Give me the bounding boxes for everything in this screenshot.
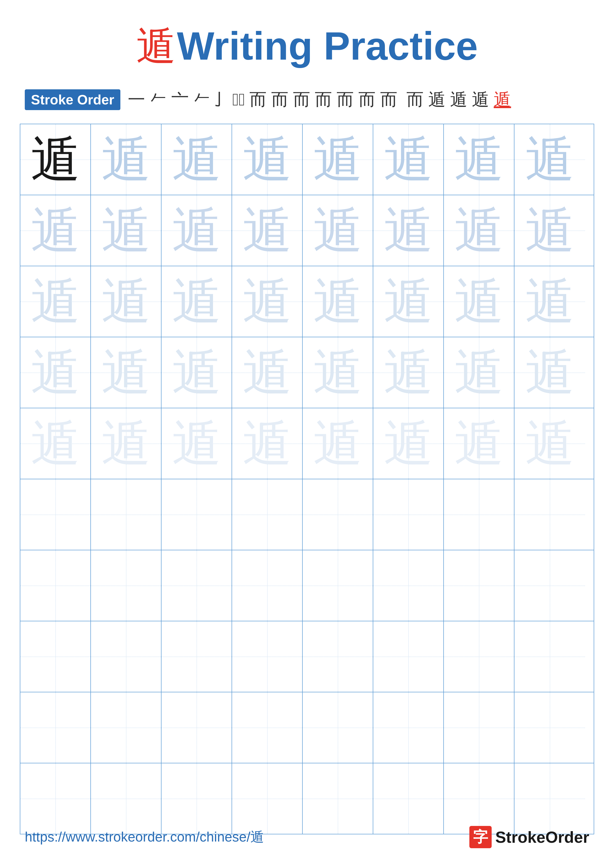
stroke-order-section: Stroke Order 一 𠂉 亠 𠂉亅 而̈ 而 而 而 而 而 而 而 而…	[0, 83, 614, 116]
char-3-1: 遁	[31, 277, 80, 326]
grid-cell-6-3	[162, 479, 232, 550]
stroke-order-badge: Stroke Order	[25, 89, 120, 110]
grid-cell-4-7: 遁	[444, 337, 515, 408]
grid-row-2: 遁 遁 遁 遁 遁 遁 遁 遁	[20, 195, 594, 266]
grid-cell-4-5: 遁	[303, 337, 373, 408]
grid-cell-7-6	[373, 550, 444, 621]
grid-cell-5-7: 遁	[444, 408, 515, 479]
title-text: Writing Practice	[177, 24, 478, 68]
grid-cell-3-3: 遁	[162, 266, 232, 337]
char-5-7: 遁	[454, 419, 504, 468]
stroke-step-5: 而̈	[232, 90, 245, 110]
grid-cell-9-7	[444, 692, 515, 763]
grid-cell-5-5: 遁	[303, 408, 373, 479]
grid-cell-8-4	[232, 621, 303, 692]
grid-cell-7-4	[232, 550, 303, 621]
grid-cell-6-6	[373, 479, 444, 550]
char-2-8: 遁	[525, 206, 575, 255]
grid-cell-3-1: 遁	[20, 266, 91, 337]
grid-cell-8-5	[303, 621, 373, 692]
grid-cell-7-7	[444, 550, 515, 621]
char-1-7: 遁	[454, 135, 504, 184]
grid-cell-8-3	[162, 621, 232, 692]
grid-cell-1-7: 遁	[444, 124, 515, 195]
grid-cell-1-8: 遁	[515, 124, 585, 195]
char-3-7: 遁	[454, 277, 504, 326]
grid-cell-10-1	[20, 763, 91, 834]
char-2-2: 遁	[101, 206, 151, 255]
grid-cell-2-6: 遁	[373, 195, 444, 266]
stroke-step-6: 而	[249, 88, 267, 112]
stroke-step-13: 而	[406, 88, 424, 112]
grid-cell-10-5	[303, 763, 373, 834]
char-1-3: 遁	[172, 135, 221, 184]
grid-cell-7-8	[515, 550, 585, 621]
footer-logo-icon: 字	[469, 826, 492, 848]
grid-cell-4-8: 遁	[515, 337, 585, 408]
char-1-4: 遁	[242, 135, 292, 184]
grid-cell-10-4	[232, 763, 303, 834]
grid-cell-5-4: 遁	[232, 408, 303, 479]
char-1-8: 遁	[525, 135, 575, 184]
grid-cell-3-8: 遁	[515, 266, 585, 337]
stroke-step-10: 而	[337, 88, 354, 112]
grid-cell-5-1: 遁	[20, 408, 91, 479]
footer: https://www.strokeorder.com/chinese/遁 字 …	[0, 826, 614, 848]
footer-logo: 字 StrokeOrder	[469, 826, 589, 848]
char-1-5: 遁	[313, 135, 362, 184]
grid-cell-3-7: 遁	[444, 266, 515, 337]
char-5-5: 遁	[313, 419, 362, 468]
stroke-step-11: 而	[358, 88, 376, 112]
char-3-6: 遁	[384, 277, 433, 326]
char-2-6: 遁	[384, 206, 433, 255]
grid-cell-5-6: 遁	[373, 408, 444, 479]
grid-cell-4-2: 遁	[91, 337, 162, 408]
practice-grid: 遁 遁 遁 遁 遁 遁 遁 遁 遁 遁 遁 遁 遁 遁 遁 遁 遁 遁 遁 遁 …	[20, 124, 594, 834]
stroke-step-9: 而	[315, 88, 332, 112]
grid-cell-4-1: 遁	[20, 337, 91, 408]
grid-cell-9-5	[303, 692, 373, 763]
grid-cell-10-2	[91, 763, 162, 834]
grid-cell-5-3: 遁	[162, 408, 232, 479]
grid-cell-7-1	[20, 550, 91, 621]
grid-cell-3-5: 遁	[303, 266, 373, 337]
grid-cell-9-1	[20, 692, 91, 763]
grid-cell-4-4: 遁	[232, 337, 303, 408]
char-5-2: 遁	[101, 419, 151, 468]
title-area: 遁 Writing Practice	[0, 0, 614, 83]
grid-cell-9-6	[373, 692, 444, 763]
grid-row-10	[20, 763, 594, 834]
grid-cell-7-5	[303, 550, 373, 621]
grid-cell-8-7	[444, 621, 515, 692]
char-5-4: 遁	[242, 419, 292, 468]
grid-cell-8-6	[373, 621, 444, 692]
grid-cell-8-1	[20, 621, 91, 692]
grid-cell-3-6: 遁	[373, 266, 444, 337]
grid-cell-10-6	[373, 763, 444, 834]
grid-cell-6-4	[232, 479, 303, 550]
grid-cell-10-3	[162, 763, 232, 834]
char-5-6: 遁	[384, 419, 433, 468]
grid-cell-7-2	[91, 550, 162, 621]
char-2-3: 遁	[172, 206, 221, 255]
char-4-5: 遁	[313, 348, 362, 397]
grid-cell-1-3: 遁	[162, 124, 232, 195]
stroke-step-1: 一	[128, 88, 145, 112]
stroke-step-2: 𠂉	[149, 90, 167, 110]
grid-cell-9-3	[162, 692, 232, 763]
grid-cell-2-7: 遁	[444, 195, 515, 266]
grid-cell-1-4: 遁	[232, 124, 303, 195]
grid-row-6	[20, 479, 594, 550]
char-4-1: 遁	[31, 348, 80, 397]
grid-row-8	[20, 621, 594, 692]
grid-cell-1-1: 遁	[20, 124, 91, 195]
footer-url[interactable]: https://www.strokeorder.com/chinese/遁	[25, 828, 264, 846]
stroke-step-14: 遁	[428, 88, 446, 112]
grid-cell-5-2: 遁	[91, 408, 162, 479]
grid-cell-6-1	[20, 479, 91, 550]
char-3-4: 遁	[242, 277, 292, 326]
grid-cell-9-8	[515, 692, 585, 763]
char-4-6: 遁	[384, 348, 433, 397]
stroke-step-8: 而	[293, 88, 310, 112]
stroke-step-7: 而	[271, 88, 289, 112]
